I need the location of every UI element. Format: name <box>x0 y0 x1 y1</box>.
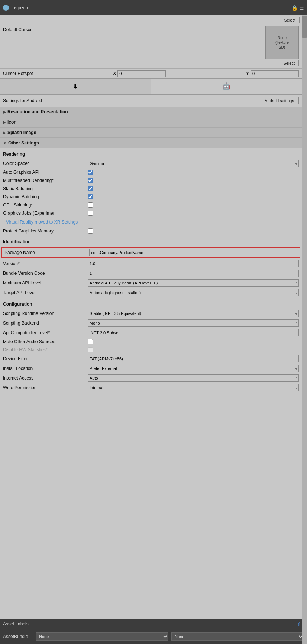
window-title: Inspector <box>11 5 31 10</box>
mute-audio-label: Mute Other Audio Sources <box>3 339 85 344</box>
write-permission-dropdown[interactable]: Internal <box>88 384 299 391</box>
protect-graphics-checkbox[interactable] <box>88 228 93 234</box>
bundle-version-input[interactable] <box>88 270 299 277</box>
static-batching-label: Static Batching <box>3 186 85 191</box>
gpu-skinning-label: GPU Skinning* <box>3 202 85 208</box>
graphics-jobs-checkbox[interactable] <box>88 211 93 216</box>
tab-desktop[interactable]: ⬇ <box>0 79 151 94</box>
other-settings-body: Rendering Color Space* Gamma Linear Auto… <box>0 148 302 394</box>
internet-access-dropdown[interactable]: Auto <box>88 374 299 382</box>
static-batching-checkbox[interactable] <box>88 186 93 191</box>
protect-graphics-row: Protect Graphics Memory <box>0 227 302 235</box>
select-button-cursor[interactable]: Select <box>279 60 299 66</box>
content-area: Select Default Cursor None(Texture2D) Se… <box>0 15 307 644</box>
gpu-skinning-row: GPU Skinning* <box>0 201 302 209</box>
multithreaded-rendering-label: Multithreaded Rendering* <box>3 178 85 183</box>
scrollbar-thumb[interactable] <box>302 16 307 38</box>
cursor-hotspot-x[interactable] <box>117 70 166 77</box>
version-input[interactable] <box>88 260 299 267</box>
section-resolution-header[interactable]: ▶ Resolution and Presentation <box>0 107 302 117</box>
internet-access-row: Internet Access Auto <box>0 373 302 383</box>
info-icon: i <box>3 5 9 11</box>
package-name-label: Package Name <box>4 250 86 255</box>
scripting-runtime-dropdown[interactable]: Stable (.NET 3.5 Equivalent) <box>88 310 299 317</box>
arrow-icon: ▶ <box>3 120 6 124</box>
cursor-hotspot-y[interactable] <box>251 70 299 77</box>
scrollbar-track[interactable] <box>302 15 307 644</box>
asset-bundle-dropdown-1[interactable]: None <box>36 632 168 641</box>
color-space-dropdown-wrapper: Gamma Linear <box>88 160 299 167</box>
x-label: X <box>113 71 116 76</box>
asset-bundle-label: AssetBundle <box>3 634 33 639</box>
version-label: Version* <box>3 261 85 266</box>
device-filter-dropdown[interactable]: FAT (ARMv7+x86) <box>88 355 299 362</box>
protect-graphics-label: Protect Graphics Memory <box>3 228 85 234</box>
scripting-backend-dropdown[interactable]: Mono <box>88 319 299 327</box>
section-splash-header[interactable]: ▶ Splash Image <box>0 127 302 138</box>
package-name-row: Package Name <box>1 247 300 258</box>
y-label: Y <box>246 71 249 76</box>
mute-audio-checkbox[interactable] <box>88 339 93 344</box>
min-api-dropdown-wrapper: Android 4.1 'Jelly Bean' (API level 16) <box>88 279 299 287</box>
install-location-dropdown[interactable]: Prefer External <box>88 365 299 372</box>
api-compat-dropdown-wrapper: .NET 2.0 Subset <box>88 329 299 336</box>
static-batching-row: Static Batching <box>0 185 302 193</box>
cursor-hotspot-row: Cursor Hotspot X Y <box>0 68 302 78</box>
rendering-label: Rendering <box>3 152 25 157</box>
desktop-icon: ⬇ <box>72 82 78 91</box>
android-settings-button[interactable]: Android settings <box>260 97 299 104</box>
identification-subsection-header: Identification <box>0 237 302 246</box>
asset-bundle-dropdown-2[interactable]: None <box>171 632 304 641</box>
package-name-input[interactable] <box>89 249 297 256</box>
color-space-dropdown[interactable]: Gamma Linear <box>88 160 299 167</box>
install-location-dropdown-wrapper: Prefer External <box>88 365 299 372</box>
dynamic-batching-label: Dynamic Batching <box>3 194 85 199</box>
menu-icon[interactable]: ☰ <box>299 5 304 11</box>
section-other-header[interactable]: ▼ Other Settings <box>0 138 302 148</box>
api-compat-dropdown[interactable]: .NET 2.0 Subset <box>88 329 299 336</box>
default-cursor-label: Default Cursor <box>3 26 32 32</box>
gpu-skinning-checkbox[interactable] <box>88 202 93 208</box>
title-bar-right: 🔒 ☰ <box>291 5 304 11</box>
scripting-runtime-dropdown-wrapper: Stable (.NET 3.5 Equivalent) <box>88 310 299 317</box>
bundle-version-label: Bundle Version Code <box>3 271 85 276</box>
multithreaded-rendering-row: Multithreaded Rendering* <box>0 176 302 185</box>
scripting-runtime-label: Scripting Runtime Version <box>3 311 85 316</box>
internet-access-dropdown-wrapper: Auto <box>88 374 299 382</box>
section-icon-header[interactable]: ▶ Icon <box>0 117 302 127</box>
vr-link-row: Virtual Reality moved to XR Settings <box>0 217 302 227</box>
title-bar: i Inspector 🔒 ☰ <box>0 0 307 15</box>
tab-android[interactable]: 🤖 <box>151 79 302 94</box>
write-permission-row: Write Permission Internal <box>0 383 302 393</box>
disable-hw-row: Disable HW Statistics* <box>0 346 302 354</box>
auto-graphics-label: Auto Graphics API <box>3 170 85 175</box>
bundle-version-row: Bundle Version Code <box>0 269 302 278</box>
arrow-splash: ▶ <box>3 131 6 135</box>
dynamic-batching-checkbox[interactable] <box>88 194 93 199</box>
settings-android-row: Settings for Android Android settings <box>0 95 302 107</box>
multithreaded-rendering-checkbox[interactable] <box>88 178 93 183</box>
select-button-top[interactable]: Select <box>280 17 300 23</box>
asset-bundle-row: AssetBundle None None <box>0 629 307 644</box>
api-compat-label: Api Compatibility Level* <box>3 330 85 335</box>
asset-labels-bar: Asset Labels 🏷 <box>0 619 307 629</box>
install-location-label: Install Location <box>3 366 85 371</box>
coord-group-y: Y <box>246 70 299 77</box>
target-api-dropdown[interactable]: Automatic (highest installed) <box>88 289 299 296</box>
lock-icon[interactable]: 🔒 <box>291 5 298 11</box>
section-splash-label: Splash Image <box>7 130 36 135</box>
arrow-other: ▼ <box>3 141 7 145</box>
write-permission-label: Write Permission <box>3 385 85 390</box>
rendering-subsection-header: Rendering <box>0 150 302 159</box>
scripting-backend-dropdown-wrapper: Mono <box>88 319 299 327</box>
min-api-dropdown[interactable]: Android 4.1 'Jelly Bean' (API level 16) <box>88 279 299 287</box>
settings-android-label: Settings for Android <box>3 98 257 103</box>
dynamic-batching-row: Dynamic Batching <box>0 193 302 201</box>
vr-link[interactable]: Virtual Reality moved to XR Settings <box>3 218 81 226</box>
target-api-dropdown-wrapper: Automatic (highest installed) <box>88 289 299 296</box>
auto-graphics-checkbox[interactable] <box>88 170 93 175</box>
identification-label: Identification <box>3 239 31 244</box>
android-icon: 🤖 <box>222 82 230 90</box>
inspector-window: i Inspector 🔒 ☰ Select Default Cursor No… <box>0 0 307 644</box>
disable-hw-checkbox[interactable] <box>88 347 93 352</box>
